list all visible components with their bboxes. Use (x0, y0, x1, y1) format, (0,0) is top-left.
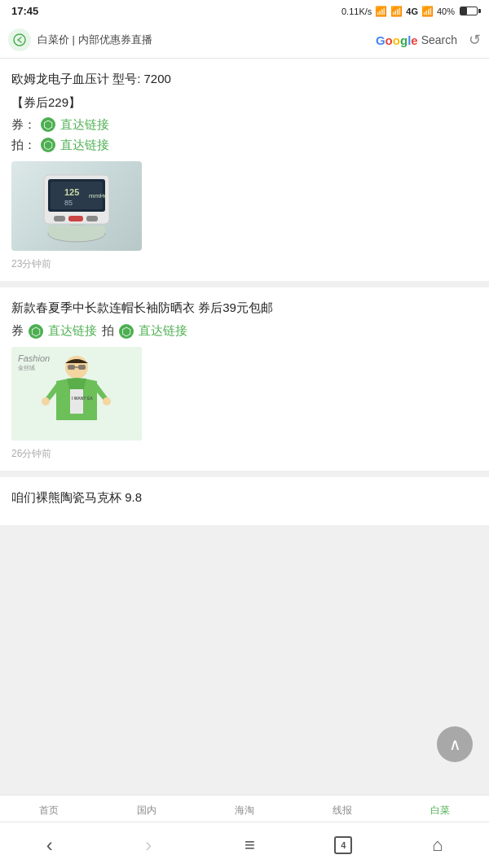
menu-button[interactable]: ≡ (231, 831, 268, 859)
nav-item-xian[interactable]: 线报 (324, 804, 360, 818)
home-button[interactable]: ⌂ (419, 831, 456, 859)
svg-text:mmHg: mmHg (89, 192, 108, 199)
svg-point-19 (42, 397, 50, 406)
buy-label-1: 拍： (11, 138, 36, 153)
battery-icon (460, 7, 478, 15)
coupon-label-1: 券： (11, 117, 36, 133)
price-tag-1: 【券后229】 (11, 95, 478, 111)
product-image-2: I WANT EA Fashion 金丝绒 (11, 347, 142, 441)
product-card-2: 新款春夏季中长款连帽长袖防晒衣 券后39元包邮 券 直达链接 拍 直达链接 (0, 287, 489, 471)
wifi-icon: 📶 (390, 6, 403, 17)
status-bar: 17:45 0.11K/s 📶 📶 4G 📶 40% (0, 0, 489, 22)
coupon-link-2[interactable]: 直达链接 (48, 323, 97, 339)
signal-icon: 📶 (421, 6, 434, 17)
bp-monitor-svg: 125 85 mmHg (20, 167, 134, 244)
scroll-top-icon: ∧ (449, 734, 461, 754)
nav-label-domestic: 国内 (137, 804, 156, 818)
svg-rect-15 (78, 365, 86, 370)
tabs-button[interactable]: 4 (334, 836, 352, 854)
svg-point-20 (103, 397, 111, 406)
nav-item-home[interactable]: 首页 (31, 804, 67, 818)
time-ago-2: 26分钟前 (11, 447, 478, 461)
coupon-link-icon-1 (41, 117, 55, 132)
svg-rect-8 (68, 216, 83, 221)
nav-label-haitao: 海淘 (235, 804, 254, 818)
back-circle-icon (13, 33, 26, 46)
buy-link-1[interactable]: 直达链接 (60, 138, 109, 153)
scroll-top-button[interactable]: ∧ (437, 726, 473, 762)
nav-label-home: 首页 (39, 804, 59, 818)
status-right: 0.11K/s 📶 📶 4G 📶 40% (341, 6, 478, 17)
product-card-3: 咱们裸熊陶瓷马克杯 9.8 (0, 477, 489, 525)
network-speed: 0.11K/s (341, 7, 372, 16)
buy-row-1: 拍： 直达链接 (11, 138, 478, 153)
product-title-2: 新款春夏季中长款连帽长袖防晒衣 券后39元包邮 (11, 299, 478, 318)
battery-percent: 40% (437, 7, 455, 16)
product-title-3: 咱们裸熊陶瓷马克杯 9.8 (11, 489, 478, 507)
product-card-1: 欧姆龙电子血压计 型号: 7200 【券后229】 券： 直达链接 拍： 直达链… (0, 59, 489, 281)
coupon-row-1: 券： 直达链接 (11, 117, 478, 133)
nav-item-haitao[interactable]: 海淘 (227, 804, 262, 818)
google-search-area[interactable]: Google Search (376, 33, 457, 47)
nav-item-baicai[interactable]: 白菜 (422, 804, 458, 818)
coupon-link-1[interactable]: 直达链接 (60, 117, 109, 133)
buy-link-2[interactable]: 直达链接 (139, 323, 187, 339)
svg-text:125: 125 (64, 187, 79, 197)
svg-rect-9 (86, 216, 98, 221)
buy-label-2: 拍 (102, 323, 114, 339)
svg-point-0 (14, 34, 25, 46)
time-ago-1: 23分钟前 (11, 257, 478, 271)
nav-label-xian: 线报 (333, 804, 352, 818)
svg-text:金丝绒: 金丝绒 (18, 365, 35, 370)
svg-text:85: 85 (64, 199, 73, 207)
reload-icon[interactable]: ↺ (469, 31, 481, 49)
svg-rect-17 (70, 389, 83, 414)
sim-icon: 📶 (375, 6, 387, 17)
svg-rect-7 (54, 216, 65, 221)
nav-label-baicai: 白菜 (430, 804, 450, 818)
tabs-count: 4 (341, 840, 346, 850)
svg-text:Fashion: Fashion (18, 353, 50, 363)
forward-button[interactable]: › (132, 831, 165, 860)
product-image-1: 125 85 mmHg (11, 161, 142, 251)
status-time: 17:45 (11, 5, 38, 17)
search-label[interactable]: Search (421, 33, 457, 46)
buy-link-icon-1 (41, 138, 55, 152)
back-button[interactable]: ‹ (33, 831, 66, 860)
buy-link-icon-2 (119, 324, 134, 339)
address-bar[interactable]: 白菜价 | 内部优惠券直播 Google Search ↺ (0, 22, 489, 59)
links-row-2: 券 直达链接 拍 直达链接 (11, 323, 478, 339)
jacket-svg: I WANT EA Fashion 金丝绒 (11, 347, 142, 441)
svg-rect-11 (48, 226, 105, 234)
site-title: 白菜价 | 内部优惠券直播 (37, 33, 152, 46)
4g-label: 4G (406, 7, 418, 16)
site-icon (8, 28, 31, 51)
url-text[interactable]: 白菜价 | 内部优惠券直播 (37, 33, 369, 47)
coupon-link-icon-2 (29, 324, 43, 339)
system-nav-bar: ‹ › ≡ 4 ⌂ (0, 822, 489, 868)
google-logo: Google (376, 33, 418, 47)
svg-rect-14 (68, 365, 75, 370)
coupon-label-2: 券 (11, 323, 24, 339)
nav-item-domestic[interactable]: 国内 (129, 804, 165, 818)
content-area: 欧姆龙电子血压计 型号: 7200 【券后229】 券： 直达链接 拍： 直达链… (0, 59, 489, 623)
product-title-1: 欧姆龙电子血压计 型号: 7200 (11, 70, 478, 89)
bottom-nav: 首页 国内 海淘 线报 白菜 (0, 795, 489, 824)
svg-text:I WANT EA: I WANT EA (72, 396, 93, 401)
